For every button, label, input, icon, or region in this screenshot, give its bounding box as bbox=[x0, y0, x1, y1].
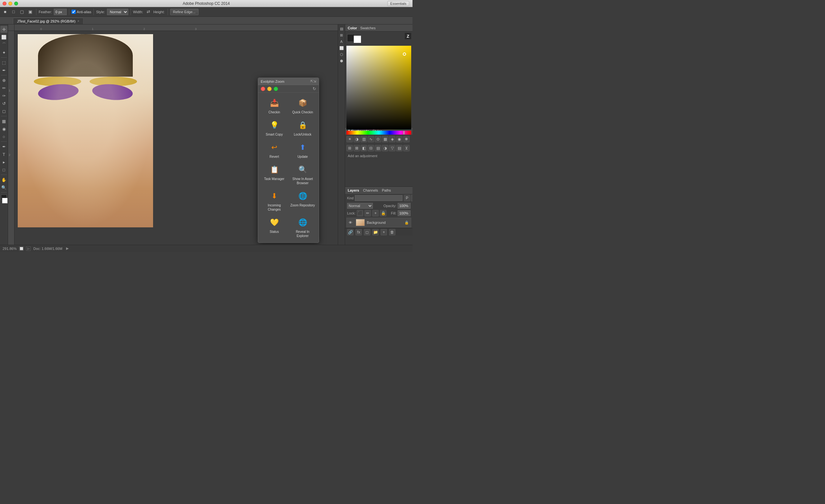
eraser-tool[interactable]: ◻ bbox=[0, 107, 7, 115]
evalphin-minimize-btn[interactable] bbox=[267, 87, 272, 91]
curves-adj-icon[interactable]: ∿ bbox=[368, 136, 374, 142]
exposure-adj-icon[interactable]: ⊙ bbox=[375, 136, 381, 142]
channel-mixer-icon[interactable]: ⊞ bbox=[347, 145, 353, 151]
gradient-map-icon[interactable]: ▤ bbox=[375, 145, 381, 151]
add-effect-icon[interactable]: fx bbox=[356, 229, 362, 235]
revert-button[interactable]: ↩ Revert bbox=[260, 139, 288, 161]
lock-unlock-button[interactable]: 🔒 Lock/Unlock bbox=[288, 117, 317, 139]
navigate-forward-icon[interactable]: ▶ bbox=[66, 246, 69, 251]
new-group-icon[interactable]: 📁 bbox=[372, 229, 379, 235]
add-mask-icon[interactable]: ◻ bbox=[364, 229, 370, 235]
swatches-tab[interactable]: Swatches bbox=[360, 26, 376, 30]
brightness-adj-icon[interactable]: ☀ bbox=[347, 136, 353, 142]
color-tab[interactable]: Color bbox=[348, 26, 357, 30]
color-picker-circle[interactable] bbox=[403, 53, 406, 56]
zoom-tool[interactable]: 🔍 bbox=[0, 184, 7, 191]
hue-adj-icon[interactable]: ◈ bbox=[389, 136, 395, 142]
bottom-icon-1[interactable]: ⬜ bbox=[19, 246, 23, 251]
update-button[interactable]: ⬆ Update bbox=[288, 139, 317, 161]
color-panel-header[interactable]: Color Swatches bbox=[345, 24, 412, 31]
photo-filter-icon[interactable]: ⊟ bbox=[368, 145, 374, 151]
side-icon-2[interactable]: ⊞ bbox=[339, 32, 345, 38]
gradient-tool[interactable]: ▦ bbox=[0, 117, 7, 124]
path-select-tool[interactable]: ▸ bbox=[0, 158, 7, 166]
checkin-button[interactable]: 📥 Checkin bbox=[260, 95, 288, 117]
black-white-icon[interactable]: ◧ bbox=[361, 145, 367, 151]
lock-move-icon[interactable]: + bbox=[372, 210, 379, 217]
background-color[interactable] bbox=[2, 198, 8, 203]
width-swap-icon[interactable]: ⇄ bbox=[145, 8, 152, 15]
lasso-tool[interactable]: ⌒ bbox=[0, 41, 7, 48]
layers-filter-input[interactable] bbox=[355, 195, 402, 201]
lock-all-icon[interactable]: 🔒 bbox=[380, 210, 386, 217]
side-icon-5[interactable]: ⬡ bbox=[339, 52, 345, 57]
brush-tool[interactable]: ✏ bbox=[0, 84, 7, 91]
selective-color-icon[interactable]: ◑ bbox=[382, 145, 388, 151]
minimize-button[interactable] bbox=[8, 2, 12, 5]
evalphin-refresh-icon[interactable]: ↻ bbox=[313, 86, 316, 91]
bottom-icon-2[interactable]: ▷ bbox=[26, 246, 30, 251]
magic-wand-tool[interactable]: ✦ bbox=[0, 49, 7, 56]
pen-tool[interactable]: ✒ bbox=[0, 143, 7, 150]
crop-tool[interactable]: ⬚ bbox=[0, 59, 7, 66]
type-tool[interactable]: T bbox=[0, 151, 7, 158]
link-layers-icon[interactable]: 🔗 bbox=[347, 229, 354, 235]
show-asset-browser-button[interactable]: 🔍 Show In Asset Browser bbox=[288, 161, 317, 188]
healing-tool[interactable]: ⊕ bbox=[0, 77, 7, 84]
hue-slider[interactable] bbox=[347, 131, 411, 135]
new-layer-icon[interactable]: + bbox=[381, 229, 387, 235]
contrast-adj-icon[interactable]: ◑ bbox=[354, 136, 360, 142]
evalphin-close-btn[interactable] bbox=[261, 87, 265, 91]
side-icon-4[interactable]: ⬜ bbox=[339, 45, 345, 51]
refine-edge-button[interactable]: Refine Edge... bbox=[170, 9, 199, 15]
rectangle-select-tool[interactable]: ⬜ bbox=[0, 33, 7, 40]
evalphin-expand-icon[interactable]: ⇱⇲ bbox=[310, 79, 316, 83]
vibrance-adj-icon[interactable]: ❋ bbox=[403, 136, 409, 142]
tool-icon-4[interactable]: ▣ bbox=[27, 8, 34, 15]
opacity-input[interactable] bbox=[398, 203, 410, 209]
filter-adj-icon[interactable]: A bbox=[411, 195, 412, 201]
background-layer-row[interactable]: 👁 Background 🔒 bbox=[347, 218, 411, 227]
lock-pixel-icon[interactable]: ⬛ bbox=[357, 210, 363, 217]
side-icon-3[interactable]: A bbox=[339, 38, 345, 45]
channels-tab[interactable]: Channels bbox=[363, 188, 378, 192]
close-button[interactable] bbox=[3, 2, 6, 5]
color-balance-icon[interactable]: ⊠ bbox=[354, 145, 360, 151]
blend-mode-select[interactable]: Normal bbox=[347, 203, 373, 209]
reveal-in-explorer-button[interactable]: 🌐 Reveal In Explorer bbox=[288, 214, 317, 241]
style-select[interactable]: Normal bbox=[107, 9, 128, 15]
side-icon-6[interactable]: ⬢ bbox=[339, 58, 345, 64]
saturation-adj-icon[interactable]: ◉ bbox=[396, 136, 402, 142]
layer-visibility-icon[interactable]: 👁 bbox=[349, 220, 354, 225]
quick-checkin-button[interactable]: 📦 Quick Checkin bbox=[288, 95, 317, 117]
feather-input[interactable] bbox=[54, 9, 67, 15]
task-manager-button[interactable]: 📋 Task Manager bbox=[260, 161, 288, 188]
status-button[interactable]: 💛 Status bbox=[260, 214, 288, 241]
essentials-button[interactable]: Essentials bbox=[387, 1, 409, 6]
dodge-tool[interactable]: ○ bbox=[0, 133, 7, 140]
move-tool[interactable]: ✛ bbox=[0, 26, 7, 33]
clone-stamp-tool[interactable]: ✑ bbox=[0, 92, 7, 99]
invert-icon[interactable]: ⊻ bbox=[403, 145, 409, 151]
layers-tab[interactable]: Layers bbox=[348, 188, 359, 192]
background-swatch[interactable] bbox=[354, 35, 361, 43]
paths-tab[interactable]: Paths bbox=[382, 188, 391, 192]
color-picker-gradient[interactable] bbox=[347, 46, 411, 130]
posterize-icon[interactable]: ▤ bbox=[396, 145, 402, 151]
history-brush-tool[interactable]: ↺ bbox=[0, 100, 7, 107]
hue-slider-handle[interactable] bbox=[403, 131, 404, 135]
hand-tool[interactable]: ✋ bbox=[0, 176, 7, 183]
anti-alias-check[interactable] bbox=[72, 10, 76, 14]
tab-close-button[interactable]: × bbox=[77, 19, 79, 23]
delete-layer-icon[interactable]: 🗑 bbox=[389, 229, 395, 235]
eyedropper-tool[interactable]: ✒ bbox=[0, 67, 7, 74]
more-adj-icon[interactable]: ▦ bbox=[382, 136, 388, 142]
threshold-icon[interactable]: ▽ bbox=[389, 145, 395, 151]
tool-icon-1[interactable]: ■ bbox=[2, 8, 9, 15]
evalphin-maximize-btn[interactable] bbox=[274, 87, 278, 91]
shape-tool[interactable]: □ bbox=[0, 166, 7, 173]
maximize-button[interactable] bbox=[14, 2, 18, 5]
anti-alias-checkbox[interactable]: Anti-alias bbox=[72, 10, 91, 14]
fill-input[interactable] bbox=[398, 210, 410, 216]
file-tab[interactable]: JTest_Face02.jpg @ 292% (RGB/8#) × bbox=[13, 18, 83, 24]
